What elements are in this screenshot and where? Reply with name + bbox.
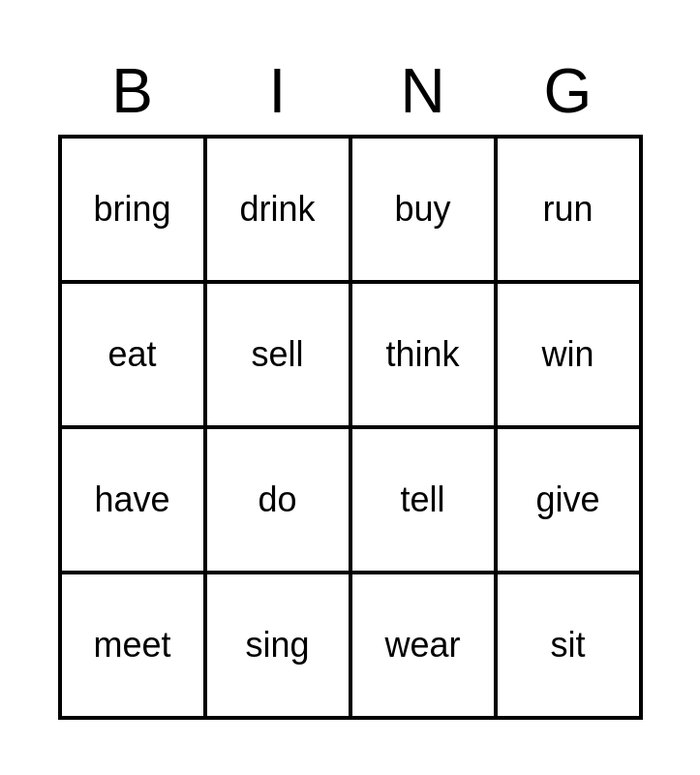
cell-0-2[interactable]: buy [350,137,496,282]
cell-2-0[interactable]: have [60,427,205,573]
bingo-card: B I N G bring drink buy run eat sell thi… [58,55,643,720]
bingo-grid: bring drink buy run eat sell think win h… [58,135,643,720]
cell-3-1[interactable]: sing [205,573,350,718]
cell-1-1[interactable]: sell [205,282,350,427]
cell-1-0[interactable]: eat [60,282,205,427]
header-g: G [496,55,641,127]
cell-3-0[interactable]: meet [60,573,205,718]
cell-3-2[interactable]: wear [350,573,496,718]
header-i: I [205,55,350,127]
cell-2-1[interactable]: do [205,427,350,573]
cell-1-3[interactable]: win [496,282,641,427]
cell-0-1[interactable]: drink [205,137,350,282]
cell-2-3[interactable]: give [496,427,641,573]
cell-0-3[interactable]: run [496,137,641,282]
header-b: B [60,55,205,127]
bingo-header: B I N G [60,55,641,127]
cell-3-3[interactable]: sit [496,573,641,718]
cell-2-2[interactable]: tell [350,427,496,573]
cell-0-0[interactable]: bring [60,137,205,282]
cell-1-2[interactable]: think [350,282,496,427]
header-n: N [350,55,496,127]
